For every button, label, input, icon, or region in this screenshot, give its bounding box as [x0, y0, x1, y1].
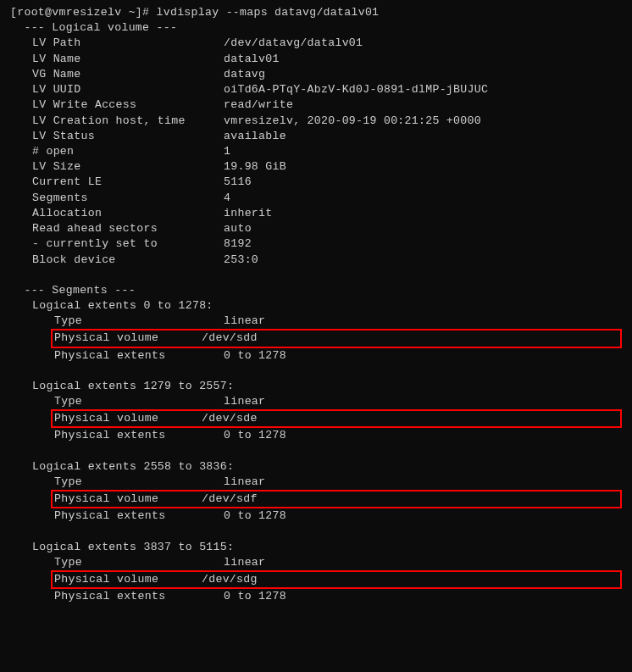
segment-type-key: Type	[54, 394, 224, 409]
lv-row: LV Creation host, timevmresizelv, 2020-0…	[10, 114, 622, 129]
lv-row: LV Namedatalv01	[10, 52, 622, 67]
lv-value: oiTd6A-PTqY-AbzV-Kd0J-0891-dlMP-jBUJUC	[224, 82, 488, 97]
segment-pe-value: 0 to 1278	[224, 348, 286, 364]
segment-type-key: Type	[54, 475, 224, 490]
segment-pv-row: Physical volume/dev/sdg	[10, 570, 622, 589]
segment-type-row: Typelinear	[10, 394, 622, 409]
blank-line	[10, 444, 622, 459]
segment-range: Logical extents 0 to 1278:	[10, 298, 622, 314]
lv-key: Segments	[32, 191, 224, 206]
lv-key: # open	[32, 144, 224, 159]
lv-value: read/write	[224, 97, 293, 113]
lv-key: LV Path	[32, 36, 224, 51]
blank-line	[10, 525, 622, 540]
lv-row: LV Path/dev/datavg/datalv01	[10, 36, 622, 51]
lv-value: datalv01	[224, 52, 280, 67]
lv-row: LV Size19.98 GiB	[10, 159, 622, 175]
segment-type-row: Typelinear	[10, 555, 622, 570]
lv-key: LV Size	[32, 159, 224, 175]
segment-pe-row: Physical extents0 to 1278	[10, 348, 622, 364]
lv-value: 1	[224, 144, 230, 159]
segment-pv-value: /dev/sdg	[202, 572, 258, 587]
lv-row: VG Namedatavg	[10, 67, 622, 82]
segment-range: Logical extents 3837 to 5115:	[10, 540, 622, 555]
segment-type-key: Type	[54, 314, 224, 329]
segment-pv-value: /dev/sdd	[202, 330, 258, 346]
lv-key: Current LE	[32, 175, 224, 190]
lv-value: 4	[224, 191, 230, 206]
lv-value: /dev/datavg/datalv01	[224, 36, 363, 51]
lv-row: Allocationinherit	[10, 206, 622, 221]
lv-header: --- Logical volume ---	[10, 20, 622, 36]
segment-pv-row: Physical volume/dev/sdd	[10, 329, 622, 347]
segments-header: --- Segments ---	[10, 283, 622, 298]
lv-key: LV Write Access	[32, 97, 224, 113]
segment-pv-key: Physical volume	[54, 330, 202, 346]
lv-row: Segments4	[10, 191, 622, 206]
segment-pv-value: /dev/sdf	[202, 492, 258, 507]
segment-type-key: Type	[54, 555, 224, 570]
pv-highlight: Physical volume/dev/sdd	[51, 329, 622, 347]
segment-type-row: Typelinear	[10, 475, 622, 490]
lv-value: auto	[224, 221, 252, 236]
segment-type-row: Typelinear	[10, 314, 622, 329]
segment-pe-row: Physical extents0 to 1278	[10, 589, 622, 604]
lv-key: Read ahead sectors	[32, 221, 224, 236]
segment-pv-key: Physical volume	[54, 411, 202, 426]
lv-row: LV Statusavailable	[10, 129, 622, 144]
segment-pv-row: Physical volume/dev/sdf	[10, 490, 622, 508]
segment-pe-key: Physical extents	[54, 589, 224, 604]
segment-pv-key: Physical volume	[54, 572, 202, 587]
lv-row: # open1	[10, 144, 622, 159]
lv-key: Allocation	[32, 206, 224, 221]
pv-highlight: Physical volume/dev/sdg	[51, 570, 622, 589]
segment-pe-key: Physical extents	[54, 348, 224, 364]
segment-type-value: linear	[224, 394, 265, 409]
segment-pe-value: 0 to 1278	[224, 508, 286, 524]
lv-value: inherit	[224, 206, 273, 221]
blank-line	[10, 364, 622, 379]
segment-pe-value: 0 to 1278	[224, 589, 286, 604]
segment-pe-key: Physical extents	[54, 508, 224, 524]
lv-key: VG Name	[32, 67, 224, 82]
lv-key: LV Name	[32, 52, 224, 67]
segment-range: Logical extents 1279 to 2557:	[10, 379, 622, 394]
lv-row: Read ahead sectorsauto	[10, 221, 622, 236]
lv-value: datavg	[224, 67, 265, 82]
segment-pe-row: Physical extents0 to 1278	[10, 508, 622, 524]
pv-highlight: Physical volume/dev/sde	[51, 409, 622, 428]
lv-key: LV Status	[32, 129, 224, 144]
segment-range: Logical extents 2558 to 3836:	[10, 459, 622, 475]
pv-highlight: Physical volume/dev/sdf	[51, 490, 622, 508]
lv-value: available	[224, 129, 286, 144]
lv-row: Current LE5116	[10, 175, 622, 190]
lv-value: 5116	[224, 175, 252, 190]
lv-row: - currently set to8192	[10, 236, 622, 252]
segment-pv-row: Physical volume/dev/sde	[10, 409, 622, 428]
lv-key: LV Creation host, time	[32, 114, 224, 129]
segment-pe-value: 0 to 1278	[224, 428, 286, 443]
segment-pe-key: Physical extents	[54, 428, 224, 443]
lv-value: vmresizelv, 2020-09-19 00:21:25 +0000	[224, 114, 481, 129]
segment-pv-value: /dev/sde	[202, 411, 258, 426]
lv-row: Block device253:0	[10, 253, 622, 268]
segment-pv-key: Physical volume	[54, 492, 202, 507]
segment-type-value: linear	[224, 314, 265, 329]
segment-type-value: linear	[224, 555, 265, 570]
lv-value: 19.98 GiB	[224, 159, 286, 175]
lv-value: 253:0	[224, 253, 258, 268]
lv-key: - currently set to	[32, 236, 224, 252]
lv-row: LV UUIDoiTd6A-PTqY-AbzV-Kd0J-0891-dlMP-j…	[10, 82, 622, 97]
lv-row: LV Write Accessread/write	[10, 97, 622, 113]
blank-line	[10, 268, 622, 283]
lv-info: LV Path/dev/datavg/datalv01LV Namedatalv…	[10, 36, 622, 267]
lv-key: LV UUID	[32, 82, 224, 97]
shell-prompt: [root@vmresizelv ~]# lvdisplay --maps da…	[10, 5, 622, 20]
lv-value: 8192	[224, 236, 252, 252]
segments: Logical extents 0 to 1278:TypelinearPhys…	[10, 298, 622, 605]
segment-type-value: linear	[224, 475, 265, 490]
lv-key: Block device	[32, 253, 224, 268]
segment-pe-row: Physical extents0 to 1278	[10, 428, 622, 443]
